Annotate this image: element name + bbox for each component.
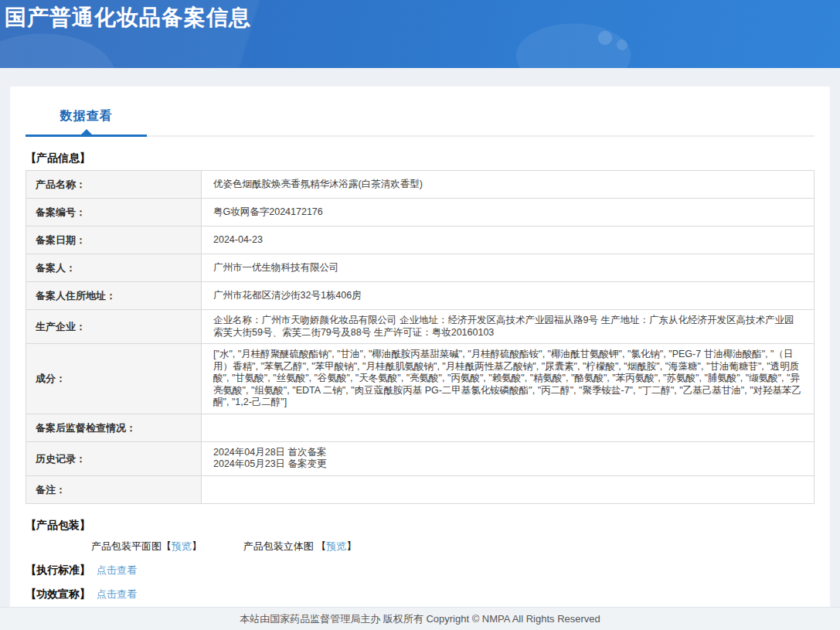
claims-section-title: 【功效宣称】 [26,587,90,600]
packaging-flat-label: 产品包装平面图 [91,540,162,552]
product-info-section-title: 【产品信息】 [26,152,814,165]
row-label: 备案日期： [26,226,202,254]
table-row-supervision-check: 备案后监督检查情况： [26,414,814,441]
row-label: 历史记录： [26,441,202,475]
content-card: 数据查看 【产品信息】 产品名称： 优姿色烟酰胺焕亮香氛精华沐浴露(白茶清欢香型… [10,87,830,607]
packaging-row: 产品包装平面图【预览】 产品包装立体图 【预览】 [91,540,814,553]
table-row-manufacturer: 生产企业： 企业名称：广州市天吻娇颜化妆品有限公司 企业地址：经济开发区高技术产… [26,310,814,344]
bracket-open: 【 [162,540,172,552]
row-label: 备注： [26,475,202,503]
tab-bar: 数据查看 [26,108,814,137]
claims-row: 【功效宣称】点击查看 [26,587,814,601]
table-row-product-name: 产品名称： 优姿色烟酰胺焕亮香氛精华沐浴露(白茶清欢香型) [26,171,814,199]
bracket-open: 【 [316,540,326,552]
table-row-ingredients: 成分： ["水", "月桂醇聚醚硫酸酯钠", "甘油", "椰油酰胺丙基甜菜碱"… [26,344,814,414]
row-label: 生产企业： [26,310,202,344]
packaging-3d-preview-link[interactable]: 预览 [326,540,346,552]
row-value: 2024-04-23 [202,226,814,254]
row-value: 企业名称：广州市天吻娇颜化妆品有限公司 企业地址：经济开发区高技术产业园福从路9… [202,310,814,344]
tab-data-view[interactable]: 数据查看 [26,108,147,137]
packaging-3d-label: 产品包装立体图 [243,540,314,552]
standards-section-title: 【执行标准】 [26,564,90,576]
bracket-close: 】 [346,540,356,552]
row-value: 广州市花都区清沙街32号1栋406房 [202,282,814,310]
page-title: 国产普通化妆品备案信息 [0,0,840,31]
row-label: 产品名称： [26,171,202,199]
header-gap [0,68,840,87]
packaging-3d-item: 产品包装立体图 【预览】 [243,540,357,552]
claims-view-link[interactable]: 点击查看 [97,588,137,600]
product-info-table: 产品名称： 优姿色烟酰胺焕亮香氛精华沐浴露(白茶清欢香型) 备案编号： 粤G妆网… [26,170,814,504]
table-row-remarks: 备注： [26,475,814,503]
page-footer: 本站由国家药品监督管理局主办 版权所有 Copyright © NMPA All… [0,607,840,630]
row-value: 2024年04月28日 首次备案 2024年05月23日 备案变更 [202,441,814,475]
packaging-section-title: 【产品包装】 [26,519,814,533]
footer-text: 本站由国家药品监督管理局主办 版权所有 Copyright © NMPA All… [240,613,600,625]
row-label: 成分： [26,344,202,414]
row-label: 备案人住所地址： [26,282,202,310]
packaging-flat-preview-link[interactable]: 预览 [172,540,192,552]
page-header: 国产普通化妆品备案信息 [0,0,840,68]
table-row-history: 历史记录： 2024年04月28日 首次备案 2024年05月23日 备案变更 [26,441,814,475]
standards-row: 【执行标准】点击查看 [26,564,814,577]
standards-view-link[interactable]: 点击查看 [97,564,137,576]
row-label: 备案编号： [26,199,202,226]
row-value: 广州市一优生物科技有限公司 [202,254,814,282]
table-row-registrant-address: 备案人住所地址： 广州市花都区清沙街32号1栋406房 [26,282,814,310]
table-row-registrant: 备案人： 广州市一优生物科技有限公司 [26,254,814,282]
tab-data-view-label: 数据查看 [60,109,113,122]
row-label: 备案后监督检查情况： [26,414,202,441]
row-value: ["水", "月桂醇聚醚硫酸酯钠", "甘油", "椰油酰胺丙基甜菜碱", "月… [202,344,814,414]
row-value [202,414,814,441]
row-label: 备案人： [26,254,202,282]
packaging-flat-item: 产品包装平面图【预览】 [91,540,205,552]
row-value: 粤G妆网备字2024172176 [202,199,814,226]
bracket-close: 】 [192,540,202,552]
table-row-registration-number: 备案编号： 粤G妆网备字2024172176 [26,199,814,226]
table-row-registration-date: 备案日期： 2024-04-23 [26,226,814,254]
row-value [202,475,814,503]
row-value: 优姿色烟酰胺焕亮香氛精华沐浴露(白茶清欢香型) [202,171,814,199]
